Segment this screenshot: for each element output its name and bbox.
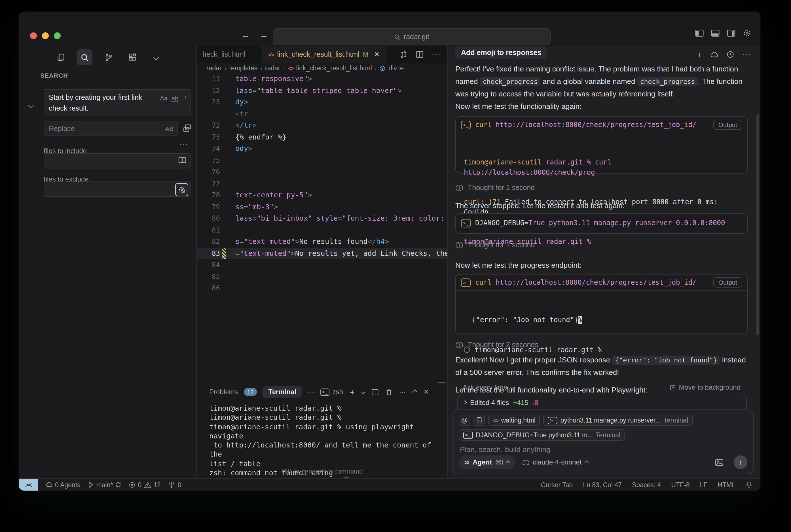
code-line[interactable]: 79ss="mb-3">: [197, 201, 447, 213]
code-line[interactable]: 73{% endfor %}: [197, 131, 447, 143]
indentation-status[interactable]: Spaces: 4: [632, 481, 661, 488]
code-line[interactable]: 86: [197, 282, 447, 294]
tab-problems[interactable]: Problems: [209, 388, 238, 396]
toggle-bottom-panel-icon[interactable]: [711, 30, 719, 37]
code-line[interactable]: 77: [197, 178, 447, 189]
line-col-status[interactable]: Ln 83, Col 47: [583, 481, 622, 488]
toggle-left-sidebar-icon[interactable]: [695, 30, 704, 37]
more-views-chevron-icon[interactable]: [148, 49, 164, 65]
split-terminal-icon[interactable]: [371, 388, 379, 396]
attach-file-button[interactable]: [474, 415, 485, 426]
code-line[interactable]: 12lass="table table-striped table-hover"…: [197, 85, 447, 96]
remote-indicator[interactable]: ><: [19, 479, 38, 491]
notifications-bell-icon[interactable]: [746, 481, 752, 488]
close-tab-icon[interactable]: ✕: [374, 51, 380, 58]
new-chat-icon[interactable]: +: [697, 50, 702, 59]
terminal-more-actions-icon[interactable]: ···: [399, 388, 406, 396]
kill-terminal-trash-icon[interactable]: [386, 388, 392, 396]
settings-gear-icon[interactable]: [743, 29, 751, 37]
code-line[interactable]: 74ody>: [197, 143, 447, 155]
output-button[interactable]: Output: [713, 277, 742, 288]
agent-mode-selector[interactable]: ∞Agent⌘I: [459, 455, 515, 469]
tab-link-check-result-list[interactable]: <> link_check_result_list.html M ✕: [263, 46, 386, 63]
terminal-line[interactable]: timon@ariane-scutil radar.git %: [209, 404, 443, 413]
toggle-right-sidebar-icon[interactable]: [727, 30, 735, 37]
context-chip-file[interactable]: <>waiting.html: [488, 415, 540, 426]
tab-terminal[interactable]: Terminal: [263, 386, 302, 398]
terminal-line[interactable]: to http://localhost:8000/ and tell me th…: [209, 441, 443, 459]
terminal-line[interactable]: timon@ariane-scutil radar.git %: [209, 413, 443, 422]
close-window-button[interactable]: [30, 32, 37, 39]
tab-check-list[interactable]: heck_list.html: [197, 46, 263, 63]
model-selector[interactable]: claude-4-sonnet: [522, 458, 588, 466]
whole-word-icon[interactable]: ab: [172, 93, 179, 104]
toggle-search-details-icon[interactable]: ···: [179, 140, 188, 149]
encoding-status[interactable]: UTF-8: [671, 481, 690, 488]
maximize-panel-chevron-icon[interactable]: [412, 389, 418, 395]
language-mode-status[interactable]: HTML: [718, 481, 735, 488]
cursor-tab-status[interactable]: Cursor Tab: [541, 481, 573, 488]
code-line[interactable]: 76: [197, 166, 447, 178]
thought-row[interactable]: Thought for 1 second: [455, 184, 748, 192]
code-line[interactable]: 23dy>: [197, 96, 447, 108]
regex-icon[interactable]: .*: [182, 93, 187, 104]
editor-more-actions-icon[interactable]: ···: [431, 49, 441, 60]
code-line[interactable]: 83="text-muted">No results yet, add Link…: [197, 248, 447, 259]
nav-back-icon[interactable]: ←: [241, 30, 250, 40]
files-to-include-input[interactable]: [44, 153, 191, 168]
maximize-window-button[interactable]: [54, 32, 61, 39]
code-line[interactable]: 75: [197, 155, 447, 166]
split-editor-icon[interactable]: [416, 51, 424, 58]
source-control-icon[interactable]: [100, 49, 116, 65]
minimize-window-button[interactable]: [42, 32, 49, 39]
send-button[interactable]: ↑: [734, 455, 747, 469]
thought-row[interactable]: Thought for 2 seconds: [455, 341, 748, 349]
context-chip-terminal-2[interactable]: >_DJANGO_DEBUG=True python3.11 m...Termi…: [459, 429, 625, 441]
eol-status[interactable]: LF: [700, 481, 708, 488]
cloud-icon[interactable]: [710, 51, 718, 58]
new-terminal-icon[interactable]: +: [350, 387, 355, 397]
open-editors-book-icon[interactable]: [178, 156, 187, 164]
chat-title-button[interactable]: Add emoji to responses: [455, 46, 547, 59]
search-panel-icon[interactable]: [77, 49, 92, 65]
thought-row[interactable]: Thought for 1 second: [455, 241, 748, 249]
terminal-dropdown-chevron-icon[interactable]: [361, 390, 365, 394]
code-line[interactable]: 80lass="bi bi-inbox" style="font-size: 3…: [197, 213, 447, 224]
code-line[interactable]: 81: [197, 224, 447, 236]
history-icon[interactable]: [726, 51, 734, 58]
code-line[interactable]: 84: [197, 259, 447, 271]
extensions-icon[interactable]: [124, 49, 140, 65]
mention-context-button[interactable]: @: [459, 415, 470, 426]
code-line[interactable]: 11table-responsive">: [197, 73, 447, 85]
files-to-exclude-input[interactable]: [44, 182, 191, 197]
compare-changes-icon[interactable]: [400, 51, 408, 58]
context-chip-terminal-1[interactable]: >_python3.11 manage.py runserver...Termi…: [543, 415, 693, 426]
chat-input-placeholder[interactable]: Plan, search, build anything: [460, 445, 747, 454]
code-line[interactable]: 85: [197, 271, 447, 282]
nav-forward-icon[interactable]: →: [259, 30, 268, 40]
shell-selector[interactable]: >_zsh: [320, 388, 343, 396]
problems-status[interactable]: 0 12: [129, 481, 160, 488]
code-line[interactable]: 72</tr>: [197, 120, 447, 131]
edited-files-summary[interactable]: Edited 4 files +415 -8: [457, 395, 747, 410]
search-input[interactable]: Start by creating your first link check …: [44, 89, 191, 116]
command-center-search[interactable]: radar.git: [273, 28, 551, 45]
git-branch-status[interactable]: main*: [88, 481, 122, 488]
code-editor[interactable]: 11table-responsive">12lass="table table-…: [197, 73, 447, 383]
explorer-files-icon[interactable]: [53, 49, 69, 65]
code-line[interactable]: 78text-center py-5">: [197, 189, 447, 201]
chat-input-box[interactable]: @ <>waiting.html >_python3.11 manage.py …: [452, 410, 754, 474]
breadcrumb[interactable]: radar› templates› radar› <> link_check_r…: [197, 63, 447, 73]
panel-more-tabs-icon[interactable]: ···: [308, 388, 314, 396]
attach-image-icon[interactable]: [715, 459, 724, 466]
chat-more-actions-icon[interactable]: ···: [742, 49, 751, 60]
replace-all-icon[interactable]: [182, 124, 192, 133]
preserve-case-icon[interactable]: AB: [165, 125, 174, 132]
replace-input[interactable]: Replace AB: [44, 121, 178, 136]
toggle-replace-chevron-icon[interactable]: [29, 101, 33, 108]
match-case-icon[interactable]: Aa: [160, 93, 168, 104]
exclude-settings-gear-icon[interactable]: [175, 183, 188, 196]
output-button[interactable]: Output: [713, 120, 742, 130]
terminal-line[interactable]: timon@ariane-scutil radar.git % using pl…: [209, 422, 443, 441]
code-line[interactable]: <tr: [197, 108, 447, 120]
